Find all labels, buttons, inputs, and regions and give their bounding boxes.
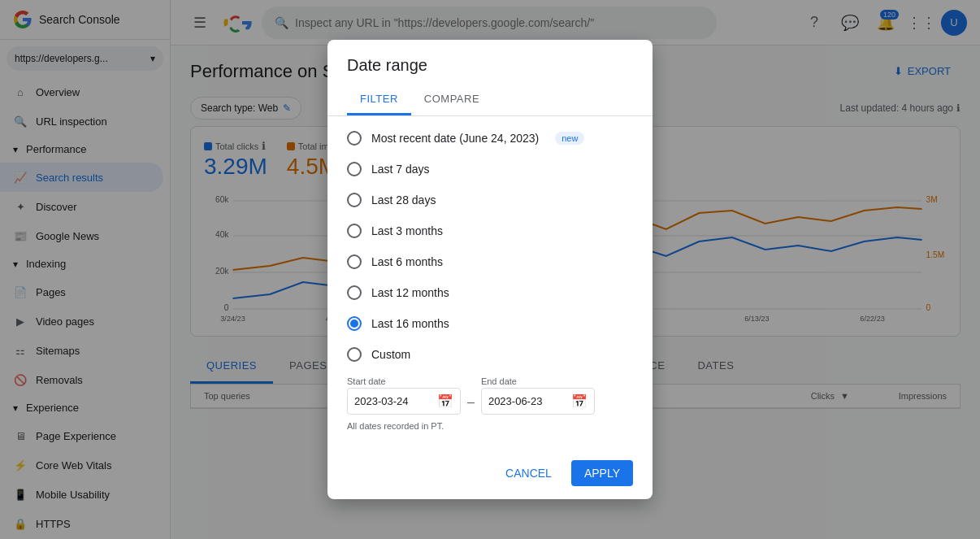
modal-note: All dates recorded in PT. xyxy=(347,418,633,441)
radio-label: Most recent date (June 24, 2023) xyxy=(371,132,539,145)
radio-last-3-months[interactable]: Last 3 months xyxy=(347,215,633,246)
calendar-icon[interactable]: 📅 xyxy=(437,393,453,409)
modal-tab-compare[interactable]: COMPARE xyxy=(411,85,492,115)
start-date-label: Start date xyxy=(347,376,461,386)
cancel-button[interactable]: CANCEL xyxy=(492,460,565,486)
apply-button[interactable]: APPLY xyxy=(571,460,633,486)
modal-actions: CANCEL APPLY xyxy=(327,454,653,499)
radio-circle xyxy=(347,193,362,207)
radio-label: Custom xyxy=(371,348,410,361)
end-date-label: End date xyxy=(481,376,595,386)
date-range-modal: Date range FILTER COMPARE Most recent da… xyxy=(327,40,653,499)
start-date-group: Start date 📅 xyxy=(347,376,461,415)
radio-circle-checked xyxy=(347,316,362,331)
new-badge: new xyxy=(555,132,584,145)
radio-most-recent[interactable]: Most recent date (June 24, 2023) new xyxy=(347,123,633,154)
radio-last-16-months[interactable]: Last 16 months xyxy=(347,308,633,339)
radio-circle xyxy=(347,254,362,269)
radio-label: Last 16 months xyxy=(371,317,449,330)
radio-circle xyxy=(347,224,362,238)
modal-title: Date range xyxy=(327,40,653,85)
modal-tab-filter[interactable]: FILTER xyxy=(347,85,411,115)
date-inputs: Start date 📅 – End date 📅 xyxy=(347,376,633,415)
radio-label: Last 28 days xyxy=(371,193,436,206)
radio-circle xyxy=(347,285,362,300)
radio-label: Last 7 days xyxy=(371,163,430,176)
radio-circle xyxy=(347,347,362,362)
start-date-wrapper[interactable]: 📅 xyxy=(347,388,461,415)
radio-last-6-months[interactable]: Last 6 months xyxy=(347,246,633,277)
end-date-group: End date 📅 xyxy=(481,376,595,415)
radio-last-28-days[interactable]: Last 28 days xyxy=(347,185,633,215)
radio-last-12-months[interactable]: Last 12 months xyxy=(347,277,633,308)
modal-body: Most recent date (June 24, 2023) new Las… xyxy=(327,116,653,454)
modal-tabs: FILTER COMPARE xyxy=(327,85,653,116)
start-date-input[interactable] xyxy=(354,395,432,407)
radio-custom[interactable]: Custom xyxy=(347,339,633,370)
radio-last-7-days[interactable]: Last 7 days xyxy=(347,154,633,185)
radio-label: Last 6 months xyxy=(371,255,443,268)
modal-backdrop[interactable]: Date range FILTER COMPARE Most recent da… xyxy=(0,0,980,539)
radio-label: Last 12 months xyxy=(371,286,449,299)
end-date-input[interactable] xyxy=(488,395,566,407)
radio-label: Last 3 months xyxy=(371,224,443,237)
calendar-icon[interactable]: 📅 xyxy=(571,393,588,409)
end-date-wrapper[interactable]: 📅 xyxy=(481,388,595,415)
radio-circle xyxy=(347,131,362,146)
date-separator: – xyxy=(467,395,475,415)
radio-circle xyxy=(347,162,362,176)
